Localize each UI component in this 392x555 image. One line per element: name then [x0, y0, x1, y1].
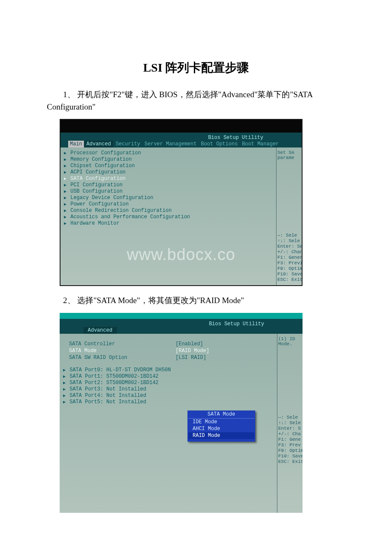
tab-advanced[interactable]: Advanced [84, 141, 114, 147]
screen-top-strip [60, 313, 303, 319]
step-2-text: 2、 选择"SATA Mode"，将其值更改为"RAID Mode" [47, 295, 345, 307]
help-key: F3: Prev [278, 442, 302, 448]
setting-sata-sw-raid-option[interactable]: SATA SW RAID Option [LSI RAID] [63, 354, 274, 361]
arrow-icon: ▶ [64, 156, 67, 163]
monitor-bezel-top [61, 120, 302, 133]
help-key: ↔: Sele [277, 233, 301, 238]
arrow-icon: ▶ [63, 380, 66, 386]
menu-legacy-device-configuration[interactable]: ▶ Legacy Device Configuration [64, 195, 274, 201]
menu-label: Memory Configuration [70, 156, 132, 162]
port-label: SATA Port1: ST500DM002-1BD142 [69, 373, 159, 379]
help-key: ESC: Exit [277, 277, 301, 283]
port-label: SATA Port3: Not Installed [69, 386, 146, 392]
key-help: ↔: Sele ↑↓: Sele Enter: S +/-: Cha F1: G… [278, 415, 302, 465]
sata-port-0[interactable]: ▶ SATA Port0: HL-DT-ST DVDROM DH50N [63, 367, 274, 373]
setting-label: SATA SW RAID Option [63, 354, 176, 361]
menu-label: SATA Configuration [70, 176, 126, 182]
arrow-icon: ▶ [64, 195, 67, 201]
help-description-line: Set SA [277, 150, 301, 155]
arrow-icon: ▶ [63, 399, 66, 405]
step-1-text: 1、 开机后按"F2"键，进入 BIOS，然后选择"Advanced"菜单下的"… [47, 89, 345, 113]
tab-security[interactable]: Security [113, 141, 142, 147]
menu-label: ACPI Configuration [70, 169, 126, 175]
help-description-line: (1) ID [278, 336, 302, 341]
document-page: LSI 阵列卡配置步骤 1、 开机后按"F2"键，进入 BIOS，然后选择"Ad… [0, 0, 392, 538]
arrow-icon: ▶ [64, 188, 67, 195]
help-key: Enter: S [278, 426, 302, 431]
sata-port-2[interactable]: ▶ SATA Port2: ST500DM002-1BD142 [63, 380, 274, 386]
arrow-icon: ▶ [64, 214, 67, 220]
tab-advanced[interactable]: Advanced [84, 327, 117, 334]
help-key: F10: Save [277, 272, 301, 277]
arrow-icon: ▶ [64, 208, 67, 214]
sata-port-4[interactable]: ▶ SATA Port4: Not Installed [63, 393, 274, 399]
bios-help-pane: Set SA parame ↔: Sele ↑↓: Sele Enter: Se… [276, 147, 302, 285]
setting-sata-mode[interactable]: SATA Mode [RAID Mode] [63, 347, 274, 354]
help-key: ↑↓: Sele [278, 420, 302, 426]
arrow-icon: ▶ [64, 169, 67, 176]
arrow-icon: ▶ [64, 182, 67, 188]
menu-acpi-configuration[interactable]: ▶ ACPI Configuration [64, 169, 274, 176]
screenshot-2: Bios Setup Utility Advanced SATA Control… [60, 313, 303, 513]
help-key: ↔: Sele [278, 415, 302, 420]
bios-tab-bar: Advanced [60, 327, 303, 334]
arrow-icon: ▶ [63, 373, 66, 380]
menu-label: Acoustics and Performance Configuration [70, 214, 190, 220]
arrow-icon: ▶ [63, 393, 66, 399]
help-key: Enter: Se [277, 244, 301, 249]
popup-title: SATA Mode [188, 411, 254, 419]
arrow-icon: ▶ [63, 386, 66, 393]
setting-value: [Enabled] [176, 341, 203, 347]
menu-acoustics-performance-configuration[interactable]: ▶ Acoustics and Performance Configuratio… [64, 214, 274, 220]
sata-port-1[interactable]: ▶ SATA Port1: ST500DM002-1BD142 [63, 373, 274, 380]
help-key: F3: Previ [277, 260, 301, 266]
arrow-icon: ▶ [64, 150, 67, 156]
menu-power-configuration[interactable]: ▶ Power Configuration [64, 201, 274, 208]
arrow-icon: ▶ [64, 220, 67, 227]
menu-memory-configuration[interactable]: ▶ Memory Configuration [64, 156, 274, 163]
popup-option-ide[interactable]: IDE Mode [188, 419, 254, 425]
sata-port-5[interactable]: ▶ SATA Port5: Not Installed [63, 399, 274, 405]
bios-title: Bios Setup Utility [60, 320, 303, 327]
menu-console-redirection-configuration[interactable]: ▶ Console Redirection Configuration [64, 208, 274, 214]
arrow-icon: ▶ [64, 163, 67, 169]
menu-sata-configuration[interactable]: ▶ SATA Configuration [64, 176, 274, 182]
bios-body: ▶ Processor Configuration ▶ Memory Confi… [61, 147, 302, 285]
help-description-line: parame [277, 155, 301, 160]
tab-server-management[interactable]: Server Management [142, 141, 199, 147]
arrow-icon: ▶ [63, 367, 66, 373]
bios-screen-1: Bios Setup Utility Main Advanced Securit… [61, 133, 302, 285]
help-key: ESC: Exit [278, 459, 302, 465]
help-key: F9: Optim [278, 448, 302, 454]
tab-boot-manager[interactable]: Boot Manager [240, 141, 281, 147]
setting-sata-controller[interactable]: SATA Controller [Enabled] [63, 341, 274, 347]
bios-settings-pane: SATA Controller [Enabled] SATA Mode [RAI… [60, 334, 277, 513]
page-title: LSI 阵列卡配置步骤 [47, 60, 345, 76]
help-key: F1: Gene [278, 437, 302, 442]
setting-value: [LSI RAID] [176, 354, 206, 361]
setting-label: SATA Mode [63, 347, 176, 354]
help-key: ↑↓: Sele [277, 238, 301, 244]
bios-title: Bios Setup Utility [61, 134, 302, 141]
setting-value: [RAID Mode] [176, 347, 209, 354]
menu-chipset-configuration[interactable]: ▶ Chipset Configuration [64, 163, 274, 169]
popup-option-ahci[interactable]: AHCI Mode [188, 425, 254, 432]
popup-option-raid[interactable]: RAID Mode [188, 432, 254, 439]
menu-label: USB Configuration [70, 188, 122, 194]
menu-label: Console Redirection Configuration [70, 208, 172, 214]
port-label: SATA Port4: Not Installed [69, 393, 146, 399]
bios-tab-bar: Main Advanced Security Server Management… [61, 141, 302, 147]
menu-pci-configuration[interactable]: ▶ PCI Configuration [64, 182, 274, 188]
menu-usb-configuration[interactable]: ▶ USB Configuration [64, 188, 274, 195]
screenshot-1: Bios Setup Utility Main Advanced Securit… [60, 119, 303, 286]
help-key: F10: Save [278, 454, 302, 459]
help-key: +/-: Chan [277, 249, 301, 255]
menu-processor-configuration[interactable]: ▶ Processor Configuration [64, 150, 274, 156]
sata-port-3[interactable]: ▶ SATA Port3: Not Installed [63, 386, 274, 393]
tab-main[interactable]: Main [68, 141, 84, 147]
menu-hardware-monitor[interactable]: ▶ Hardware Monitor [64, 220, 274, 227]
tab-boot-options[interactable]: Boot Options [199, 141, 239, 147]
bios-menu-pane: ▶ Processor Configuration ▶ Memory Confi… [61, 147, 276, 285]
setting-label: SATA Controller [63, 341, 176, 347]
port-label: SATA Port5: Not Installed [69, 399, 146, 405]
